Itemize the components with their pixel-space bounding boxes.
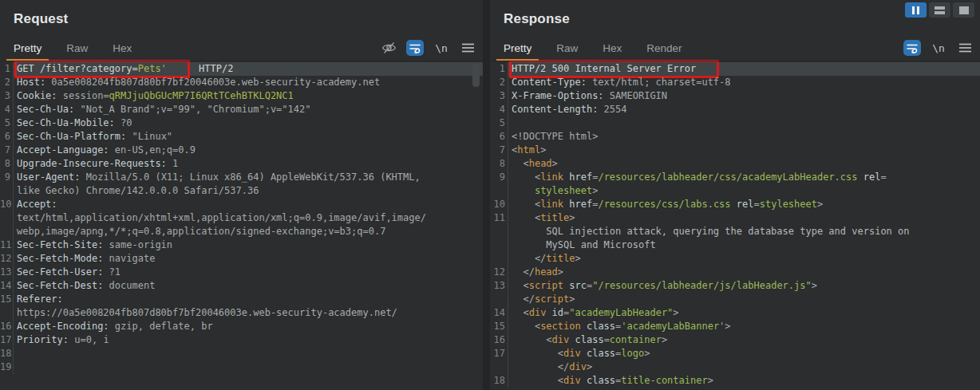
tab-raw[interactable]: Raw <box>59 42 95 61</box>
line-number: 18 <box>0 347 14 360</box>
menu-icon[interactable] <box>956 40 974 56</box>
request-scrollbar[interactable] <box>472 63 480 87</box>
code-line[interactable]: 4Content-Length: 2554 <box>490 103 980 116</box>
code-line[interactable]: 8 <head> <box>490 157 980 171</box>
code-line[interactable]: </script> <box>490 293 980 306</box>
response-toolbar: \n <box>895 40 974 56</box>
code-line[interactable]: 9User-Agent: Mozilla/5.0 (X11; Linux x86… <box>0 171 483 184</box>
layout-controls <box>903 2 974 18</box>
panel-divider[interactable] <box>483 0 490 390</box>
code-line[interactable]: 1HTTP/2 500 Internal Server Error <box>490 62 980 76</box>
code-line[interactable]: 14 <div id="academyLabHeader"> <box>490 306 980 320</box>
line-number: 10 <box>0 198 14 211</box>
line-number: 7 <box>490 144 508 157</box>
code-line[interactable]: 11 <title> <box>490 211 980 225</box>
code-line[interactable]: 15Referer: <box>0 293 483 306</box>
code-line[interactable]: 16 <div class=container> <box>490 333 980 347</box>
code-line[interactable]: 6<!DOCTYPE html> <box>490 130 980 144</box>
code-line[interactable]: stylesheet> <box>490 184 980 198</box>
line-number: 4 <box>0 103 14 116</box>
word-wrap-icon[interactable] <box>406 40 424 56</box>
newline-icon[interactable]: \n <box>930 40 947 56</box>
code-line[interactable]: 12 </head> <box>490 266 980 279</box>
code-line[interactable]: 5Sec-Ch-Ua-Mobile: ?0 <box>0 116 483 130</box>
tab-pretty[interactable]: Pretty <box>6 42 49 61</box>
newline-icon[interactable]: \n <box>433 40 450 56</box>
line-number: 14 <box>0 279 14 293</box>
line-number: 16 <box>0 320 14 333</box>
response-tabs: PrettyRawHexRender <box>490 42 700 61</box>
code-line[interactable]: </div> <box>490 360 980 374</box>
code-line[interactable]: 18 <div class=title-container> <box>490 374 980 388</box>
tab-hex[interactable]: Hex <box>105 42 139 61</box>
code-line[interactable]: 16Accept-Encoding: gzip, deflate, br <box>0 320 483 333</box>
code-line[interactable]: 7Accept-Language: en-US,en;q=0.9 <box>0 144 483 157</box>
request-tabbar: PrettyRawHex \n <box>0 35 483 61</box>
code-line[interactable]: webp,image/apng,*/*;q=0.8,application/si… <box>0 225 483 238</box>
line-number: 2 <box>0 76 14 89</box>
code-line[interactable]: </title> <box>490 252 980 266</box>
code-line[interactable]: 1GET /filter?category=Pets' HTTP/2 <box>0 62 483 76</box>
code-line[interactable]: 14Sec-Fetch-Dest: document <box>0 279 483 293</box>
code-line[interactable]: 4Sec-Ch-Ua: "Not_A Brand";v="99", "Chrom… <box>0 103 483 116</box>
code-line[interactable]: 11Sec-Fetch-Site: same-origin <box>0 238 483 252</box>
line-number: 11 <box>0 238 14 252</box>
line-number: 4 <box>490 103 508 116</box>
code-line[interactable]: 17 <div class=logo> <box>490 347 980 360</box>
line-number: 8 <box>0 157 14 171</box>
code-line[interactable]: https://0a5e008204fb807d80bf7bf20046003e… <box>0 306 483 320</box>
code-line[interactable]: 15 <section class='academyLabBanner'> <box>490 320 980 333</box>
code-line[interactable]: 18 <box>0 347 483 360</box>
code-line[interactable]: 9 <link href=/resources/labheader/css/ac… <box>490 171 980 184</box>
line-number: 16 <box>490 333 508 347</box>
code-line[interactable]: 2Host: 0a5e008204fb807d80bf7bf20046003e.… <box>0 76 483 89</box>
code-line[interactable]: 19 <box>0 360 483 374</box>
eye-slash-icon[interactable] <box>380 40 397 56</box>
line-number: 11 <box>490 211 508 225</box>
request-tabs: PrettyRawHex <box>0 42 149 61</box>
code-line[interactable]: 13 <script src="/resources/labheader/js/… <box>490 279 980 293</box>
code-line[interactable]: 3Cookie: session=qRMJjuQbGUcMP7I6QRtTCeh… <box>0 89 483 103</box>
code-line[interactable]: 2Content-Type: text/html; charset=utf-8 <box>490 76 980 89</box>
code-line[interactable]: 10Accept: <box>0 198 483 211</box>
layout-rows-icon[interactable] <box>929 2 950 18</box>
layout-tabs-icon[interactable] <box>953 2 974 18</box>
code-line[interactable]: 6Sec-Ch-Ua-Platform: "Linux" <box>0 130 483 144</box>
line-number: 10 <box>490 198 508 211</box>
line-number <box>0 211 14 225</box>
code-line[interactable]: text/html,application/xhtml+xml,applicat… <box>0 211 483 225</box>
word-wrap-icon[interactable] <box>903 40 921 56</box>
code-line[interactable]: 17Priority: u=0, i <box>0 333 483 347</box>
layout-columns-icon[interactable] <box>905 2 927 18</box>
tab-raw[interactable]: Raw <box>549 42 585 61</box>
code-line[interactable]: 3X-Frame-Options: SAMEORIGIN <box>490 89 980 103</box>
menu-icon[interactable] <box>459 40 476 56</box>
code-line[interactable]: 13Sec-Fetch-User: ?1 <box>0 266 483 279</box>
code-line[interactable]: MySQL and Microsoft <box>490 238 980 252</box>
request-editor[interactable]: 1GET /filter?category=Pets' HTTP/22Host:… <box>0 61 483 374</box>
line-number: 17 <box>490 347 508 360</box>
line-number: 6 <box>490 130 508 144</box>
code-line[interactable]: 5 <box>490 116 980 130</box>
request-toolbar: \n <box>371 40 476 56</box>
line-number <box>490 238 508 252</box>
line-number <box>490 293 508 306</box>
red-annotation-box: HTTP/2 500 Internal Server Error <box>512 62 717 76</box>
line-number: 6 <box>0 130 14 144</box>
line-number: 19 <box>0 360 14 374</box>
tab-hex[interactable]: Hex <box>595 42 629 61</box>
code-line[interactable]: SQL injection attack, querying the datab… <box>490 225 980 238</box>
request-panel-title: Request <box>14 11 483 27</box>
code-line[interactable]: 7<html> <box>490 144 980 157</box>
line-number: 5 <box>490 116 508 130</box>
request-panel: Request PrettyRawHex <box>0 0 483 390</box>
line-number <box>0 184 14 198</box>
response-editor[interactable]: 1HTTP/2 500 Internal Server Error2Conten… <box>490 61 980 388</box>
line-number: 3 <box>0 89 14 103</box>
code-line[interactable]: 10 <link href=/resources/css/labs.css re… <box>490 198 980 211</box>
tab-pretty[interactable]: Pretty <box>496 42 539 61</box>
tab-render[interactable]: Render <box>639 42 689 61</box>
code-line[interactable]: 12Sec-Fetch-Mode: navigate <box>0 252 483 266</box>
code-line[interactable]: 8Upgrade-Insecure-Requests: 1 <box>0 157 483 171</box>
code-line[interactable]: like Gecko) Chrome/142.0.0.0 Safari/537.… <box>0 184 483 198</box>
